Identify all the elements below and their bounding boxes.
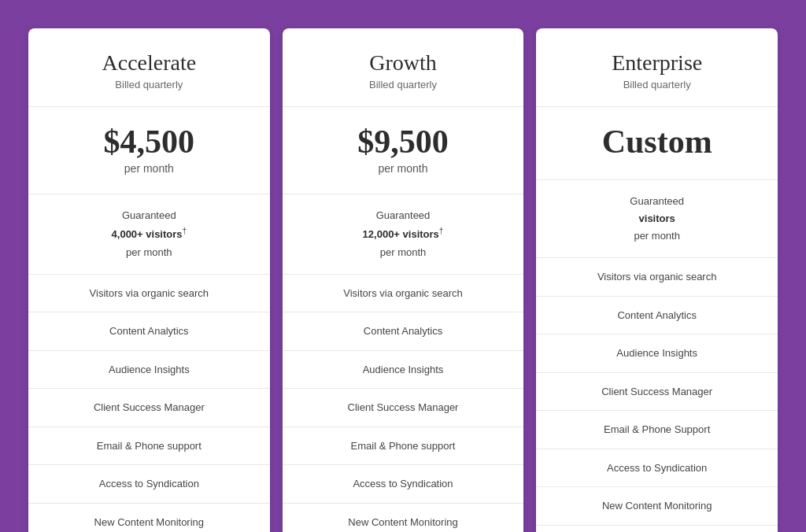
plan-billing-enterprise: Billed quarterly	[552, 79, 762, 91]
feature-row: New Content Monitoring	[28, 504, 270, 532]
plan-features-growth: Visitors via organic searchContent Analy…	[283, 275, 524, 532]
feature-row: New Content Monitoring	[283, 504, 524, 532]
feature-row: Visitors via organic search	[536, 258, 778, 297]
feature-row: Access to Syndication	[28, 465, 270, 504]
plan-visitors-accelerate: Guaranteed4,000+ visitors†per month	[28, 194, 270, 275]
feature-row: Client Success Manager	[28, 389, 270, 427]
feature-row: Content Analytics	[28, 312, 270, 351]
plan-price-section-enterprise: Custom	[536, 107, 778, 180]
plan-features-enterprise: Visitors via organic searchContent Analy…	[536, 258, 778, 532]
feature-row: Email & Phone support	[28, 427, 270, 466]
plan-name-growth: Growth	[298, 50, 508, 76]
plan-price-period-growth: per month	[298, 162, 508, 175]
feature-row: Content Analytics	[283, 312, 524, 351]
plan-card-growth: GrowthBilled quarterly$9,500per monthGua…	[283, 28, 524, 532]
plan-price-section-accelerate: $4,500per month	[28, 107, 270, 194]
plan-price-enterprise: Custom	[552, 123, 762, 161]
plan-billing-accelerate: Billed quarterly	[44, 79, 254, 91]
feature-row: Email & Phone Support	[536, 411, 778, 449]
feature-row: Audience Insights	[28, 351, 270, 390]
feature-row: New Content Monitoring	[536, 487, 778, 526]
feature-row: Access to Syndication	[536, 449, 778, 488]
plan-billing-growth: Billed quarterly	[298, 79, 508, 91]
feature-row: Visitors via organic search	[283, 275, 524, 313]
plan-price-period-accelerate: per month	[44, 162, 254, 175]
feature-row: Visitors via organic search	[28, 275, 270, 313]
plan-name-enterprise: Enterprise	[552, 50, 762, 76]
plan-features-accelerate: Visitors via organic searchContent Analy…	[28, 275, 270, 532]
plan-price-section-growth: $9,500per month	[283, 107, 524, 194]
plan-visitors-highlight-enterprise: visitors	[639, 212, 675, 224]
plan-visitors-highlight-growth: 12,000+ visitors	[363, 228, 439, 240]
pricing-container: AccelerateBilled quarterly$4,500per mont…	[16, 16, 790, 532]
feature-row: Access to Syndication	[283, 465, 524, 504]
feature-row: Unlimited Custom Searches	[536, 526, 778, 532]
feature-row: Content Analytics	[536, 297, 778, 335]
feature-row: Audience Insights	[283, 351, 524, 390]
feature-row: Audience Insights	[536, 334, 778, 373]
plan-price-growth: $9,500	[298, 123, 508, 161]
feature-row: Client Success Manager	[283, 389, 524, 427]
plan-visitors-highlight-accelerate: 4,000+ visitors	[112, 228, 183, 240]
plan-visitors-growth: Guaranteed12,000+ visitors†per month	[283, 194, 524, 275]
plan-name-accelerate: Accelerate	[44, 50, 254, 76]
plan-card-accelerate: AccelerateBilled quarterly$4,500per mont…	[28, 28, 270, 532]
plan-visitors-enterprise: Guaranteedvisitorsper month	[536, 180, 778, 258]
plan-header-accelerate: AccelerateBilled quarterly	[28, 28, 270, 107]
plan-price-accelerate: $4,500	[44, 123, 254, 161]
feature-row: Email & Phone support	[283, 427, 524, 466]
feature-row: Client Success Manager	[536, 373, 778, 412]
plan-card-enterprise: EnterpriseBilled quarterlyCustomGuarante…	[536, 28, 778, 532]
plan-header-enterprise: EnterpriseBilled quarterly	[536, 28, 778, 107]
plan-header-growth: GrowthBilled quarterly	[283, 28, 524, 107]
